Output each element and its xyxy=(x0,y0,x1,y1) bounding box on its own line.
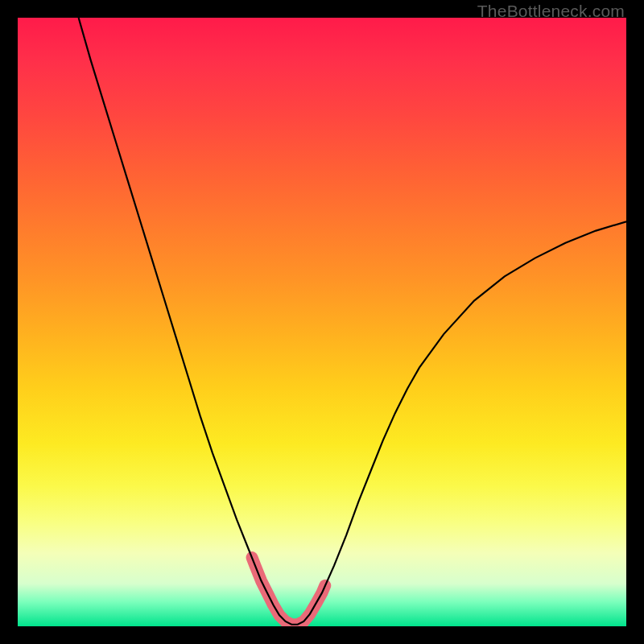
curve-overlay xyxy=(18,18,626,626)
bottleneck-curve xyxy=(79,18,626,625)
watermark-text: TheBottleneck.com xyxy=(477,2,625,21)
highlight-segment xyxy=(252,558,325,625)
chart-frame: TheBottleneck.com xyxy=(0,0,644,644)
plot-area xyxy=(18,18,626,626)
